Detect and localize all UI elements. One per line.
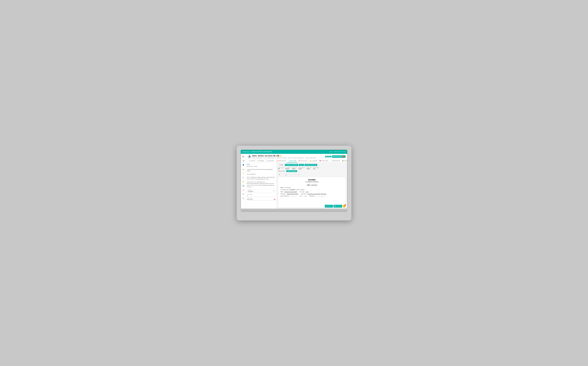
margin-left-label: Margin Left <box>307 167 311 168</box>
letter-fax-row: 傳真 / FAX: 22003400 <box>280 187 343 189</box>
letter-name-row: Name: WONG SIU MAN, 黃小雯 Sex / Age: F / 5… <box>280 191 343 193</box>
tab-immunization[interactable]: 💉 IMMUNIZATION <box>329 160 341 162</box>
dashboard-title: CONSULTATION DASHBOARD <box>251 151 272 152</box>
bell-button[interactable]: 🔔 1 <box>343 205 346 207</box>
toolbar-icons: B I U ≡ ≡ ≡ ↻ <box>278 173 346 176</box>
build-label: Build: 2021.07.20 0448 <box>334 151 346 152</box>
sidebar-icon-tools[interactable]: 🔧 <box>242 193 245 196</box>
history-icon: 📋 <box>249 160 250 161</box>
tab-prescription[interactable]: 💊 PRESCRIPTION <box>275 160 287 162</box>
toolbar-align-right[interactable]: ≡ <box>294 173 297 176</box>
margin-left-setting: Margin Left mm 20 <box>307 167 311 169</box>
tab-lab-tests[interactable]: 🔬 LAB TESTS <box>265 160 275 162</box>
sidebar-icon-cart[interactable]: 🛒 <box>242 176 245 179</box>
patient-name-block: 👤 MISS WONG, SIU MAN (黃小雯) <box>248 155 316 159</box>
print-envelope-button[interactable]: PRINT ENVELOPE <box>286 170 297 172</box>
letter-section-title: 入院信 ADMISSION <box>280 184 343 186</box>
margin-top-label: Margin Top <box>292 167 297 168</box>
toolbar-underline[interactable]: U <box>285 173 287 176</box>
diagnosis-value: Dyspepsia <box>248 191 253 192</box>
patient-given: SIU MAN <box>265 155 272 157</box>
toolbar-redo[interactable]: ↻ <box>297 173 300 176</box>
patient-code: Patient Code: 000014 <box>305 157 316 159</box>
toolbar-align-center[interactable]: ≡ <box>291 173 294 176</box>
sidebar-icon-home[interactable]: 🏠 <box>242 155 245 158</box>
booking-label: Booking No. <box>309 195 315 197</box>
tab-allergies[interactable]: ⚠️ ALLERGIES <box>309 160 318 162</box>
letter-tel-row: Tel/ Mobile: 24625221168 97432876 Bed Cl… <box>280 193 343 195</box>
action-bar: CLOSE DISCARD CHANGES SAVE IMPORT TEMPLA… <box>278 164 346 166</box>
admission-date-label: Date of Admission: <box>280 195 289 197</box>
sidebar-icon-stats[interactable]: 📈 <box>242 189 245 192</box>
leave-block: Leave Days Leave Until 📅 <box>247 194 275 200</box>
sidebar-icon-settings[interactable]: ⚙️ <box>242 184 245 187</box>
sidebar-icon-chart[interactable]: 📊 <box>242 159 245 162</box>
patient-image-icon: 🖼️ <box>342 160 344 161</box>
brand-name: Caduceus <box>242 151 249 152</box>
receipts-icon-btn: 🧾 <box>335 206 336 207</box>
admin-label: admin <box>330 151 333 152</box>
allergies-icon: ⚠️ <box>309 160 311 161</box>
letter-area[interactable]: 聖德肋撒醫院 ST. TERESA'S HOSPITAL 入院信 ADMISSI… <box>278 177 346 207</box>
leave-until-input-row: 📅 <box>247 199 275 200</box>
import-button[interactable]: IMPORT TEMPLATE <box>304 164 317 166</box>
leave-days-label: Leave Days <box>247 194 275 195</box>
letter-admission-row: Date of Admission: ___________ Time: ___… <box>280 195 343 197</box>
diagnosis-edit-icon[interactable]: ⊞ <box>273 190 274 192</box>
sidebar-icon-bed[interactable]: 🛏️ <box>242 168 245 171</box>
medicine-count: 1 <box>343 156 345 157</box>
ref-letter-icon: ✉️ <box>288 160 289 161</box>
margin-bottom-label: Margin Bottom <box>299 167 305 168</box>
bed-label: Bed Class: <box>302 193 306 195</box>
page-width-value: mm 210 <box>285 168 290 169</box>
toolbar-italic[interactable]: I <box>281 173 284 176</box>
discard-button[interactable]: DISCARD CHANGES <box>285 164 298 166</box>
margin-top-setting: Margin Top mm 40 <box>292 167 297 169</box>
notes-label: Notes <box>247 164 275 165</box>
close-button[interactable]: CLOSE <box>278 164 284 166</box>
receipts-button[interactable]: 🧾 RECEIPTS <box>333 205 342 207</box>
tab-follow-ups[interactable]: 📅 FOLLOW UPS <box>297 160 309 162</box>
toolbar-bold[interactable]: B <box>278 173 281 176</box>
margin-left-value: mm 20 <box>307 168 311 169</box>
sidebar-icon-search[interactable]: 🔍 <box>242 197 245 200</box>
tab-patient-image[interactable]: 🖼️ PATIENT IMAGE <box>341 160 347 162</box>
patient-age: 54 years old · FEMALE <box>275 157 287 159</box>
leave-until-input[interactable] <box>247 199 273 200</box>
toolbar-align-left[interactable]: ≡ <box>288 173 291 176</box>
tab-health-data[interactable]: ❤️ HEALTH DATA <box>318 160 329 162</box>
admission-date-placeholder: ___________ <box>290 195 297 197</box>
name-value: WONG SIU MAN, 黃小雯 <box>285 191 297 193</box>
avatar: 👤 <box>248 155 251 159</box>
tab-ref-letter[interactable]: ✉️ REF LETTER <box>287 160 297 162</box>
tab-drawing[interactable]: ✏️ DRAWING <box>256 160 265 162</box>
sidebar-icon-folder[interactable]: 📁 <box>242 180 245 183</box>
notes-content: BW 53.7kg → 52.1kg LLQ discomfort reduce… <box>247 166 275 188</box>
follow-ups-icon: 📅 <box>299 160 300 161</box>
sex-value: F / 54 <box>306 191 308 193</box>
sidebar-icon-lightning[interactable]: ⚡ <box>242 172 245 175</box>
immunization-icon: 💉 <box>331 160 332 161</box>
ref-panel-wrapper: CLOSE DISCARD CHANGES SAVE IMPORT TEMPLA… <box>277 163 347 209</box>
referral-row: Referral Doctor PRINT ENVELOPE <box>278 170 346 172</box>
sidebar-icon-user[interactable]: 👤 <box>242 163 245 166</box>
diagnosis-block: Diagnosis Dyspepsia ⊞ <box>247 189 275 193</box>
calendar-icon[interactable]: 📅 <box>274 199 275 200</box>
letter-doctor-row: Dr. Gregory House, 候議員醫生 Code No: 218897… <box>280 189 343 191</box>
history-button[interactable]: 📋 HISTORY <box>325 205 333 207</box>
save-button[interactable]: SAVE <box>299 164 304 166</box>
patient-hkid: HKID: D46644994A <box>252 157 262 159</box>
history-icon-btn: 📋 <box>326 206 327 207</box>
topbar-right: admin Build: 2021.07.20 0448 <box>330 151 346 152</box>
notes-panel: Notes BW 53.7kg → 52.1kg LLQ discomfort … <box>246 163 277 209</box>
patient-status-dot <box>280 155 282 156</box>
tab-history[interactable]: 📋 HISTORY <box>248 160 256 162</box>
tel-value: 24625221168 97432876 <box>287 193 298 195</box>
history-label: HISTORY <box>327 206 332 206</box>
leave-days-input[interactable] <box>247 195 275 197</box>
margin-right-value: mm <box>313 168 319 169</box>
prescription-icon: 💊 <box>276 160 278 161</box>
section-title-en: ADMISSION <box>311 184 317 186</box>
diagnosis-label: Diagnosis <box>248 190 253 191</box>
content-area: 👤 MISS WONG, SIU MAN (黃小雯) <box>246 154 347 209</box>
